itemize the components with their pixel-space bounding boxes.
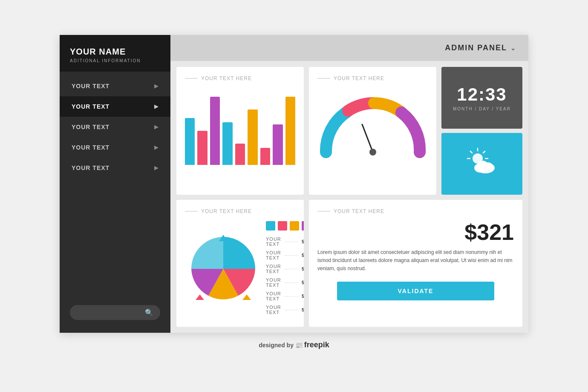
stat-description: Lorem ipsum dolor sit amet consectetuer … bbox=[317, 248, 514, 273]
svg-line-0 bbox=[362, 124, 373, 152]
bar-item bbox=[260, 148, 270, 165]
sidebar-item-4[interactable]: YOUR TEXT ▶ bbox=[60, 137, 170, 158]
legend-item: YOUR TEXT 53% bbox=[266, 264, 304, 274]
clock-date: MONTH / DAY / YEAR bbox=[453, 107, 511, 111]
svg-point-13 bbox=[484, 162, 493, 170]
topbar-title-text: ADMIN PANEL bbox=[445, 43, 507, 52]
gauge-card: YOUR TEXT HERE bbox=[309, 67, 436, 195]
legend-item-value: 53% bbox=[302, 266, 304, 271]
legend-rows: YOUR TEXT 53% YOUR TEXT 53% YOUR TEXT 53… bbox=[266, 236, 304, 315]
weather-icon bbox=[465, 147, 499, 181]
sidebar-item-1[interactable]: YOUR TEXT ▶ bbox=[60, 76, 170, 96]
bar-chart-title: YOUR TEXT HERE bbox=[185, 75, 295, 81]
legend-dots bbox=[285, 296, 298, 297]
search-icon: 🔍 bbox=[145, 308, 153, 317]
sidebar-item-label-1: YOUR TEXT bbox=[72, 83, 110, 89]
legend-item: YOUR TEXT 53% bbox=[266, 277, 304, 288]
pie-chart-card: YOUR TEXT HERE bbox=[176, 200, 304, 327]
bar-chart bbox=[185, 88, 295, 165]
footer: designed by 📰 freepik bbox=[251, 333, 337, 357]
nav-arrow-icon-4: ▶ bbox=[154, 144, 159, 150]
legend-item-value: 53% bbox=[302, 294, 304, 299]
legend-dots bbox=[285, 269, 298, 269]
dashboard-container: YOUR NAME ADITIONAL INFORMATION YOUR TEX… bbox=[60, 35, 528, 333]
clock-time: 12:33 bbox=[457, 84, 507, 105]
pie-legend: YOUR TEXT 53% YOUR TEXT 53% YOUR TEXT 53… bbox=[266, 221, 304, 318]
right-column: 12:33 MONTH / DAY / YEAR bbox=[441, 67, 522, 195]
gauge-container bbox=[317, 88, 428, 165]
bar-item bbox=[222, 122, 232, 165]
validate-button[interactable]: VALIDATE bbox=[337, 282, 494, 300]
legend-colors bbox=[266, 221, 304, 231]
legend-item: YOUR TEXT 53% bbox=[266, 291, 304, 301]
legend-dots bbox=[285, 282, 298, 283]
legend-item-label: YOUR TEXT bbox=[266, 236, 281, 247]
sidebar-nav: YOUR TEXT ▶ YOUR TEXT ▶ YOUR TEXT ▶ YOUR… bbox=[60, 72, 170, 297]
legend-item-label: YOUR TEXT bbox=[266, 305, 281, 315]
bar-chart-card: YOUR TEXT HERE bbox=[176, 67, 304, 195]
legend-item: YOUR TEXT 53% bbox=[266, 305, 304, 315]
bar-item bbox=[273, 124, 282, 165]
weather-card bbox=[441, 133, 522, 195]
legend-item-label: YOUR TEXT bbox=[266, 291, 281, 301]
nav-arrow-icon-2: ▶ bbox=[154, 104, 159, 110]
svg-marker-16 bbox=[242, 294, 251, 300]
legend-dots bbox=[285, 310, 298, 310]
legend-item-label: YOUR TEXT bbox=[266, 250, 281, 260]
sidebar-item-label-5: YOUR TEXT bbox=[72, 164, 110, 171]
sidebar-item-3[interactable]: YOUR TEXT ▶ bbox=[60, 117, 170, 137]
pie-chart-inner: YOUR TEXT 53% YOUR TEXT 53% YOUR TEXT 53… bbox=[185, 221, 295, 318]
nav-arrow-icon-5: ▶ bbox=[154, 165, 159, 171]
stat-card-title: YOUR TEXT HERE bbox=[317, 208, 514, 214]
pie-svg bbox=[185, 233, 262, 305]
legend-item-label: YOUR TEXT bbox=[266, 277, 281, 288]
sidebar-item-label-2: YOUR TEXT bbox=[72, 103, 110, 110]
pie-chart-title: YOUR TEXT HERE bbox=[185, 208, 295, 214]
legend-item: YOUR TEXT 53% bbox=[266, 250, 304, 260]
legend-item-value: 53% bbox=[302, 280, 304, 285]
sidebar-item-2[interactable]: YOUR TEXT ▶ bbox=[60, 96, 170, 117]
search-box[interactable]: 🔍 bbox=[70, 305, 160, 320]
legend-item-value: 53% bbox=[302, 239, 304, 244]
sidebar-search-area: 🔍 bbox=[60, 297, 170, 333]
bar-item bbox=[235, 144, 245, 165]
sidebar-item-label-3: YOUR TEXT bbox=[72, 124, 110, 130]
sidebar-header: YOUR NAME ADITIONAL INFORMATION bbox=[60, 35, 170, 72]
legend-item: YOUR TEXT 53% bbox=[266, 236, 304, 247]
gauge-svg bbox=[317, 92, 428, 161]
legend-item-label: YOUR TEXT bbox=[266, 264, 281, 274]
legend-item-value: 53% bbox=[302, 253, 304, 258]
pie-svg-wrap bbox=[185, 233, 257, 307]
svg-marker-15 bbox=[196, 294, 204, 300]
footer-brand: freepik bbox=[304, 340, 329, 349]
stat-card: YOUR TEXT HERE $321 Lorem ipsum dolor si… bbox=[309, 200, 522, 327]
gauge-card-title: YOUR TEXT HERE bbox=[317, 75, 428, 81]
bar-item bbox=[185, 118, 195, 165]
sidebar-item-label-4: YOUR TEXT bbox=[72, 144, 110, 151]
nav-arrow-icon-3: ▶ bbox=[154, 124, 159, 130]
sidebar-item-5[interactable]: YOUR TEXT ▶ bbox=[60, 158, 170, 178]
weather-svg bbox=[465, 147, 499, 176]
legend-dots bbox=[285, 255, 298, 256]
stat-amount: $321 bbox=[317, 221, 514, 243]
legend-dots bbox=[285, 242, 298, 242]
svg-line-9 bbox=[483, 151, 485, 153]
bar-item bbox=[248, 110, 257, 165]
legend-color-blue bbox=[266, 221, 275, 231]
main-area: ADMIN PANEL ⌄ YOUR TEXT HERE YOUR TEXT H… bbox=[170, 35, 528, 333]
bar-item bbox=[285, 97, 295, 165]
legend-color-orange bbox=[290, 221, 299, 231]
legend-color-purple bbox=[302, 221, 304, 231]
footer-text: designed by bbox=[259, 342, 294, 349]
svg-point-1 bbox=[369, 149, 376, 156]
bar-item bbox=[197, 131, 207, 165]
legend-color-pink bbox=[278, 221, 287, 231]
sidebar-sub: ADITIONAL INFORMATION bbox=[70, 58, 160, 63]
sidebar: YOUR NAME ADITIONAL INFORMATION YOUR TEX… bbox=[60, 35, 170, 333]
legend-item-value: 53% bbox=[302, 307, 304, 312]
sidebar-name: YOUR NAME bbox=[70, 47, 160, 57]
topbar-chevron-icon: ⌄ bbox=[510, 45, 516, 52]
svg-line-7 bbox=[470, 151, 472, 153]
bar-item bbox=[210, 97, 220, 165]
topbar-title: ADMIN PANEL ⌄ bbox=[445, 43, 516, 52]
